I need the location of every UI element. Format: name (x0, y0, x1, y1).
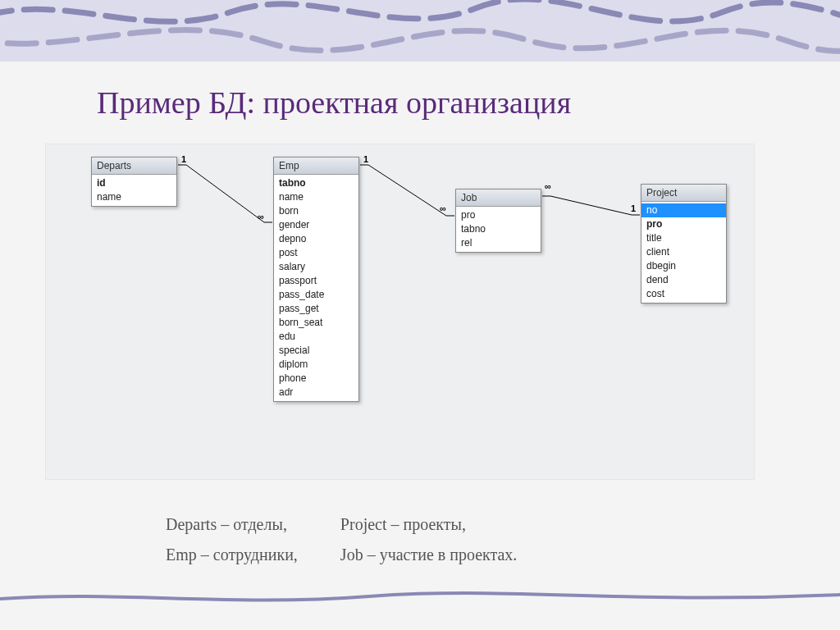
field-row[interactable]: pro (641, 217, 726, 231)
table-header[interactable]: Departs (92, 158, 176, 175)
field-row[interactable]: edu (274, 330, 358, 344)
field-row[interactable]: pass_get (274, 302, 358, 316)
footer-decoration (0, 587, 840, 611)
table-body: noprotitleclientdbegindendcost (641, 202, 726, 303)
field-row[interactable]: dbegin (641, 259, 726, 273)
field-row[interactable]: born (274, 204, 358, 218)
svg-text:1: 1 (181, 154, 186, 164)
svg-line-6 (368, 165, 446, 216)
table-body: idname (92, 175, 176, 206)
table-body: protabnorel (456, 207, 541, 252)
table-header[interactable]: Emp (274, 158, 358, 175)
relation-line[interactable]: 1∞ (178, 154, 272, 222)
field-row[interactable]: name (274, 190, 358, 204)
field-row[interactable]: dend (641, 273, 726, 287)
field-row[interactable]: title (641, 231, 726, 245)
field-row[interactable]: no (641, 203, 726, 217)
field-row[interactable]: tabno (274, 176, 358, 190)
field-row[interactable]: gender (274, 218, 358, 232)
table-header[interactable]: Project (641, 185, 726, 202)
field-row[interactable]: passport (274, 274, 358, 288)
svg-text:1: 1 (363, 154, 368, 164)
svg-line-11 (550, 196, 632, 215)
relation-line[interactable]: 1∞ (360, 154, 454, 216)
svg-text:∞: ∞ (545, 181, 551, 191)
field-row[interactable]: diplom (274, 358, 358, 372)
table-job[interactable]: Jobprotabnorel (455, 189, 541, 253)
field-row[interactable]: post (274, 246, 358, 260)
table-departs[interactable]: Departsidname (91, 157, 177, 207)
field-row[interactable]: pro (456, 208, 541, 222)
field-row[interactable]: rel (456, 236, 541, 250)
field-row[interactable]: salary (274, 260, 358, 274)
table-emp[interactable]: Emptabnonameborngenderdepnopostsalarypas… (273, 157, 359, 402)
legend: Departs – отделы, Project – проекты, Emp… (164, 509, 559, 571)
legend-emp: Emp – сотрудники, (166, 541, 339, 569)
field-row[interactable]: name (92, 190, 176, 204)
field-row[interactable]: phone (274, 372, 358, 386)
svg-text:∞: ∞ (258, 212, 264, 221)
field-row[interactable]: depno (274, 232, 358, 246)
field-row[interactable]: special (274, 344, 358, 358)
header-decoration (0, 0, 840, 62)
field-row[interactable]: pass_date (274, 288, 358, 302)
field-row[interactable]: born_seat (274, 316, 358, 330)
table-header[interactable]: Job (456, 189, 541, 207)
field-row[interactable]: id (92, 176, 176, 190)
field-row[interactable]: adr (274, 386, 358, 399)
field-row[interactable]: cost (641, 287, 726, 301)
field-row[interactable]: client (641, 245, 726, 259)
legend-job: Job – участие в проектах. (340, 541, 559, 569)
svg-text:∞: ∞ (440, 203, 446, 213)
relation-line[interactable]: ∞1 (542, 181, 640, 215)
table-project[interactable]: Projectnoprotitleclientdbegindendcost (641, 184, 727, 304)
table-body: tabnonameborngenderdepnopostsalarypasspo… (274, 175, 358, 401)
slide-title: Пример БД: проектная организация (97, 84, 840, 121)
svg-line-1 (186, 165, 264, 222)
legend-project: Project – проекты, (340, 510, 559, 539)
er-diagram: 1∞1∞∞1 DepartsidnameEmptabnonameborngend… (45, 144, 755, 480)
legend-departs: Departs – отделы, (166, 510, 339, 539)
svg-text:1: 1 (631, 203, 636, 213)
field-row[interactable]: tabno (456, 222, 541, 236)
